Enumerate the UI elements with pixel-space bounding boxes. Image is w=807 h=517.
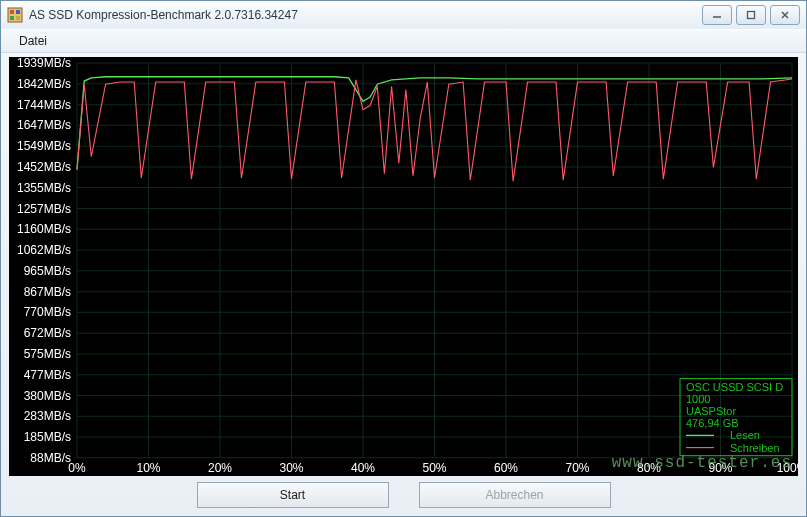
x-tick-label: 90% [708,461,732,475]
y-tick-label: 965MB/s [24,264,71,278]
y-tick-label: 1549MB/s [17,139,71,153]
y-tick-label: 1062MB/s [17,243,71,257]
legend-bus: 1000 [686,393,710,405]
y-tick-label: 1647MB/s [17,118,71,132]
y-tick-label: 1452MB/s [17,160,71,174]
legend-write-label: Schreiben [730,442,780,454]
y-tick-label: 867MB/s [24,285,71,299]
window-buttons [702,5,800,25]
y-tick-label: 672MB/s [24,326,71,340]
y-tick-label: 575MB/s [24,347,71,361]
x-tick-label: 60% [494,461,518,475]
app-window: AS SSD Kompression-Benchmark 2.0.7316.34… [0,0,807,517]
y-tick-label: 185MB/s [24,430,71,444]
svg-rect-2 [16,10,20,14]
menubar: Datei [1,29,806,53]
svg-rect-6 [748,12,755,19]
y-tick-label: 1939MB/s [17,57,71,70]
svg-rect-3 [10,16,14,20]
legend-driver: UASPStor [686,405,736,417]
x-tick-label: 0% [68,461,86,475]
legend-device: OSC USSD SCSI D [686,381,783,393]
y-tick-label: 1257MB/s [17,201,71,215]
chart-area: 1939MB/s1842MB/s1744MB/s1647MB/s1549MB/s… [9,57,798,476]
y-tick-label: 1842MB/s [17,77,71,91]
y-tick-label: 1744MB/s [17,98,71,112]
cancel-button: Abbrechen [419,482,611,508]
y-tick-label: 1355MB/s [17,181,71,195]
compression-chart: 1939MB/s1842MB/s1744MB/s1647MB/s1549MB/s… [9,57,798,476]
y-tick-label: 283MB/s [24,409,71,423]
button-row: Start Abbrechen [1,480,806,510]
x-tick-label: 50% [422,461,446,475]
x-tick-label: 100% [777,461,798,475]
x-tick-label: 30% [279,461,303,475]
maximize-button[interactable] [736,5,766,25]
x-tick-label: 10% [136,461,160,475]
y-tick-label: 380MB/s [24,388,71,402]
app-icon [7,7,23,23]
minimize-button[interactable] [702,5,732,25]
svg-rect-1 [10,10,14,14]
x-tick-label: 20% [208,461,232,475]
window-title: AS SSD Kompression-Benchmark 2.0.7316.34… [29,8,702,22]
chart-grid: 1939MB/s1842MB/s1744MB/s1647MB/s1549MB/s… [17,57,798,475]
titlebar: AS SSD Kompression-Benchmark 2.0.7316.34… [1,1,806,29]
x-tick-label: 80% [637,461,661,475]
y-tick-label: 770MB/s [24,305,71,319]
legend-capacity: 476,94 GB [686,417,739,429]
close-button[interactable] [770,5,800,25]
menu-datei[interactable]: Datei [11,32,55,50]
x-tick-label: 40% [351,461,375,475]
y-tick-label: 1160MB/s [17,222,71,236]
legend-read-label: Lesen [730,429,760,441]
y-tick-label: 477MB/s [24,368,71,382]
svg-rect-4 [16,16,20,20]
x-tick-label: 70% [565,461,589,475]
y-tick-label: 88MB/s [30,451,71,465]
start-button[interactable]: Start [197,482,389,508]
